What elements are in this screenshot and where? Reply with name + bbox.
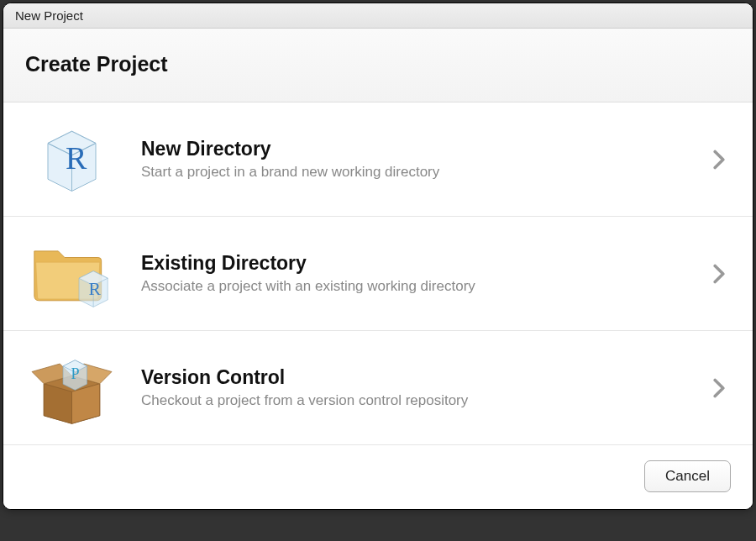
project-type-list: R New Directory Start a project in a bra… xyxy=(3,102,753,445)
option-title: Existing Directory xyxy=(141,252,707,275)
dialog-title: New Project xyxy=(15,8,83,23)
svg-text:R: R xyxy=(65,140,87,176)
option-text: New Directory Start a project in a brand… xyxy=(141,138,707,181)
option-desc: Associate a project with an existing wor… xyxy=(141,278,707,295)
option-text: Existing Directory Associate a project w… xyxy=(141,252,707,295)
chevron-right-icon xyxy=(707,376,731,400)
option-title: Version Control xyxy=(141,366,707,389)
page-title: Create Project xyxy=(25,52,731,76)
option-title: New Directory xyxy=(141,138,707,160)
r-cube-icon: R xyxy=(25,119,118,199)
cancel-button[interactable]: Cancel xyxy=(644,460,731,492)
option-existing-directory[interactable]: R Existing Directory Associate a project… xyxy=(3,217,753,331)
option-desc: Start a project in a brand new working d… xyxy=(141,164,707,181)
folder-r-cube-icon: R xyxy=(25,234,118,313)
dialog-footer: Cancel xyxy=(3,445,753,509)
option-text: Version Control Checkout a project from … xyxy=(141,366,707,409)
dialog-header: Create Project xyxy=(3,29,753,102)
option-desc: Checkout a project from a version contro… xyxy=(141,392,707,409)
svg-text:P: P xyxy=(71,365,79,382)
option-new-directory[interactable]: R New Directory Start a project in a bra… xyxy=(3,102,753,217)
svg-text:R: R xyxy=(88,279,101,299)
new-project-dialog: New Project Create Project R New Directo… xyxy=(3,3,753,510)
chevron-right-icon xyxy=(707,262,731,286)
chevron-right-icon xyxy=(707,148,731,171)
dialog-titlebar: New Project xyxy=(3,3,753,29)
box-cube-icon: P xyxy=(25,348,118,428)
option-version-control[interactable]: P Version Control Checkout a project fro… xyxy=(3,331,753,445)
